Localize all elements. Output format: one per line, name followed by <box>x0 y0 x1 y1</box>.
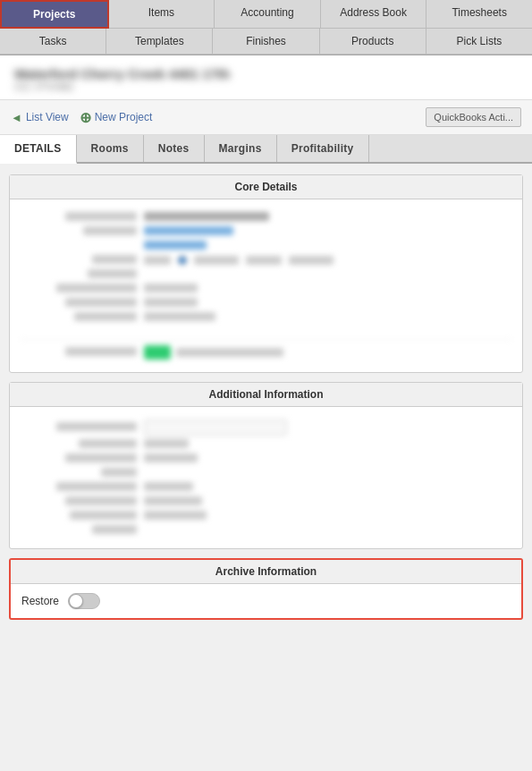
add-value-1 <box>144 419 287 436</box>
toolbar: ◄ List View ⊕ New Project QuickBooks Act… <box>0 100 532 135</box>
add-value-2 <box>144 439 189 450</box>
core-details-header: Core Details <box>10 175 522 199</box>
field-value-link <box>144 226 233 237</box>
tab-details[interactable]: DETAILS <box>0 135 77 164</box>
new-project-button[interactable]: ⊕ New Project <box>80 109 153 126</box>
field-value-3 <box>144 256 334 265</box>
tab-rooms[interactable]: Rooms <box>77 135 144 162</box>
add-row-3 <box>21 453 511 464</box>
add-label-7 <box>21 511 137 521</box>
tab-profitability[interactable]: Profitability <box>277 135 369 162</box>
field-label-1 <box>21 212 137 223</box>
field-value-7 <box>144 312 215 323</box>
project-subtitle: CO, VTVVM1 <box>14 81 518 92</box>
add-value-7 <box>144 511 207 521</box>
list-view-button[interactable]: ◄ List View <box>11 111 69 124</box>
archive-info-section: Archive Information Restore <box>9 558 523 620</box>
field-label-7 <box>21 312 137 323</box>
field-value-1 <box>144 212 269 223</box>
additional-info-header: Additional Information <box>10 383 522 407</box>
add-row-1 <box>21 419 511 436</box>
field-label-6 <box>21 298 137 309</box>
add-label-8 <box>21 525 137 536</box>
core-details-content <box>21 212 511 360</box>
nav-items[interactable]: Items <box>109 0 215 29</box>
add-label-5 <box>21 482 137 493</box>
field-label-4 <box>21 269 137 280</box>
nav-tasks[interactable]: Tasks <box>0 29 106 55</box>
add-value-5 <box>144 482 193 493</box>
add-value-3 <box>144 453 198 464</box>
field-label-3 <box>21 255 137 266</box>
nav-projects[interactable]: Projects <box>0 0 109 29</box>
new-project-label: New Project <box>95 111 153 123</box>
add-label-2 <box>21 439 137 450</box>
form-row-link <box>21 226 511 237</box>
archive-info-body: Restore <box>11 584 521 618</box>
form-row-5 <box>21 284 511 294</box>
nav-products[interactable]: Products <box>320 29 426 55</box>
add-row-6 <box>21 496 511 507</box>
form-row-1 <box>21 212 511 223</box>
additional-info-content <box>21 419 511 536</box>
add-label-4 <box>21 468 137 479</box>
form-row-footer <box>21 339 511 360</box>
project-header: Waterford Cherry Creek 4401 17th CO, VTV… <box>0 55 532 100</box>
nav-pick-lists[interactable]: Pick Lists <box>426 29 532 55</box>
nav-finishes[interactable]: Finishes <box>213 29 319 55</box>
form-row-6 <box>21 298 511 309</box>
add-label-1 <box>21 422 137 433</box>
core-details-body <box>10 199 522 372</box>
main-content: Core Details <box>0 164 532 640</box>
field-label-link <box>21 226 137 237</box>
add-label-6 <box>21 496 137 507</box>
archive-info-header: Archive Information <box>11 560 521 584</box>
core-details-section: Core Details <box>9 174 523 373</box>
toggle-knob <box>69 594 83 608</box>
field-label-5 <box>21 284 137 294</box>
plus-icon: ⊕ <box>80 109 91 126</box>
project-title: Waterford Cherry Creek 4401 17th <box>14 66 518 81</box>
arrow-left-icon: ◄ <box>11 111 22 124</box>
form-row-3 <box>21 255 511 266</box>
nav-row-1: Projects Items Accounting Address Book T… <box>0 0 532 29</box>
additional-info-body <box>10 407 522 548</box>
form-row-link2 <box>21 241 511 251</box>
add-label-3 <box>21 453 137 464</box>
list-view-label: List View <box>26 111 69 123</box>
field-value-link2 <box>144 241 207 251</box>
field-value-footer <box>144 345 283 360</box>
nav-accounting[interactable]: Accounting <box>215 0 321 29</box>
add-row-2 <box>21 439 511 450</box>
quickbooks-button[interactable]: QuickBooks Acti... <box>426 107 521 127</box>
nav-row-2: Tasks Templates Finishes Products Pick L… <box>0 29 532 55</box>
add-row-8 <box>21 525 511 536</box>
status-badge <box>144 345 171 360</box>
tab-margins[interactable]: Margins <box>205 135 277 162</box>
field-value-5 <box>144 284 198 294</box>
field-value-6 <box>144 298 198 309</box>
add-row-4 <box>21 468 511 479</box>
nav-templates[interactable]: Templates <box>106 29 213 55</box>
add-value-6 <box>144 496 202 507</box>
nav-timesheets[interactable]: Timesheets <box>426 0 532 29</box>
additional-info-section: Additional Information <box>9 382 523 549</box>
restore-toggle[interactable] <box>68 593 100 609</box>
form-row-7 <box>21 312 511 323</box>
sub-tabs: DETAILS Rooms Notes Margins Profitabilit… <box>0 135 532 164</box>
tab-notes[interactable]: Notes <box>144 135 205 162</box>
restore-label: Restore <box>21 595 59 607</box>
field-label-footer <box>21 347 137 358</box>
nav-address-book[interactable]: Address Book <box>321 0 427 29</box>
add-row-7 <box>21 511 511 521</box>
top-navigation: Projects Items Accounting Address Book T… <box>0 0 532 55</box>
form-row-4 <box>21 269 511 280</box>
add-row-5 <box>21 482 511 493</box>
